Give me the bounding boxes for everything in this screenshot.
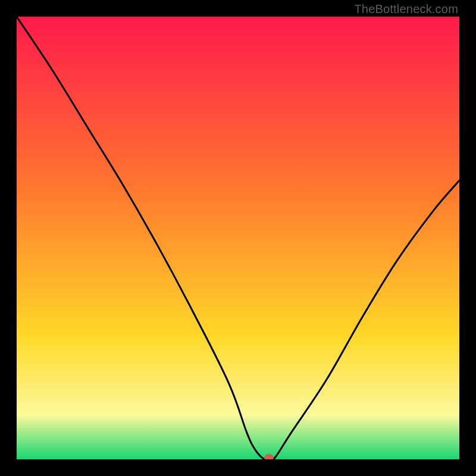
chart-background [17,17,459,459]
bottleneck-chart [17,17,459,459]
watermark-text: TheBottleneck.com [354,2,458,16]
chart-svg [17,17,459,459]
